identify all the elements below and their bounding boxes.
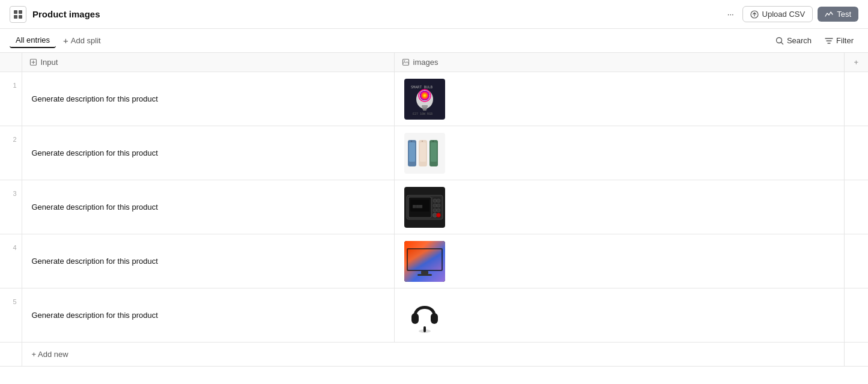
svg-point-8 bbox=[404, 61, 405, 62]
add-cell bbox=[844, 288, 868, 343]
svg-rect-14 bbox=[422, 105, 428, 108]
svg-rect-42 bbox=[408, 249, 442, 270]
image-cell[interactable] bbox=[394, 234, 844, 288]
svg-point-33 bbox=[437, 199, 440, 203]
svg-rect-15 bbox=[422, 108, 427, 109]
tabs-left: All entries + Add split bbox=[10, 33, 106, 48]
image-cell[interactable] bbox=[394, 288, 844, 343]
table-row: 1 Generate description for this product … bbox=[0, 72, 868, 126]
svg-rect-21 bbox=[420, 142, 426, 162]
images-col-icon bbox=[402, 58, 410, 66]
row-number: 3 bbox=[0, 180, 22, 234]
col-header-rownum bbox=[0, 53, 22, 72]
search-icon bbox=[775, 37, 784, 45]
svg-point-13 bbox=[420, 91, 429, 100]
svg-text:E27 10W RGB: E27 10W RGB bbox=[413, 112, 432, 115]
table-row: 2 Generate description for this product bbox=[0, 126, 868, 180]
tab-all-entries[interactable]: All entries bbox=[10, 33, 56, 48]
image-cell[interactable]: ■■■ bbox=[394, 180, 844, 234]
svg-rect-3 bbox=[19, 15, 22, 19]
plus-icon: + bbox=[63, 36, 68, 45]
image-cell[interactable]: SMART BULB bbox=[394, 72, 844, 126]
input-cell[interactable]: Generate description for this product bbox=[22, 72, 394, 126]
svg-rect-1 bbox=[19, 10, 22, 14]
svg-rect-48 bbox=[423, 326, 426, 332]
svg-point-35 bbox=[437, 204, 440, 207]
input-cell[interactable]: Generate description for this product bbox=[22, 180, 394, 234]
input-cell[interactable]: Generate description for this product bbox=[22, 288, 394, 343]
svg-point-25 bbox=[421, 140, 422, 141]
table-container: Input images + bbox=[0, 53, 868, 367]
input-cell[interactable]: Generate description for this product bbox=[22, 126, 394, 180]
add-split-button[interactable]: + Add split bbox=[58, 34, 106, 47]
add-cell bbox=[844, 126, 868, 180]
svg-point-39 bbox=[436, 213, 440, 217]
row-number: 1 bbox=[0, 72, 22, 126]
svg-point-26 bbox=[432, 140, 433, 141]
col-header-input: Input bbox=[22, 53, 394, 72]
header-actions: ··· Upload CSV Test bbox=[724, 6, 858, 22]
header: Product images ··· Upload CSV Test bbox=[0, 0, 868, 29]
col-header-images: images bbox=[394, 53, 844, 72]
test-icon bbox=[825, 10, 833, 19]
page-title: Product images bbox=[32, 9, 100, 19]
header-left: Product images bbox=[10, 6, 100, 23]
upload-csv-button[interactable]: Upload CSV bbox=[742, 6, 813, 22]
add-new-row: + Add new bbox=[0, 343, 868, 367]
filter-button[interactable]: Filter bbox=[820, 34, 858, 47]
table-row: 5 Generate description for this product bbox=[0, 288, 868, 343]
svg-rect-45 bbox=[411, 313, 419, 324]
svg-point-36 bbox=[433, 209, 437, 212]
tabs-bar: All entries + Add split Search Filter bbox=[0, 29, 868, 53]
svg-point-37 bbox=[437, 209, 440, 212]
svg-rect-23 bbox=[431, 142, 437, 162]
svg-rect-0 bbox=[14, 10, 17, 14]
svg-rect-16 bbox=[423, 109, 426, 111]
svg-rect-19 bbox=[409, 142, 415, 162]
input-cell[interactable]: Generate description for this product bbox=[22, 234, 394, 288]
filter-icon bbox=[825, 37, 833, 45]
row-number: 2 bbox=[0, 126, 22, 180]
test-button[interactable]: Test bbox=[818, 7, 858, 22]
more-button[interactable]: ··· bbox=[724, 7, 738, 21]
svg-text:SMART BULB: SMART BULB bbox=[411, 85, 433, 89]
svg-point-24 bbox=[410, 140, 411, 141]
app-logo bbox=[10, 6, 26, 23]
add-cell bbox=[844, 234, 868, 288]
svg-text:■■■: ■■■ bbox=[413, 203, 423, 209]
tabs-right: Search Filter bbox=[771, 34, 858, 47]
add-new-cell[interactable]: + Add new bbox=[22, 343, 844, 367]
image-cell[interactable] bbox=[394, 126, 844, 180]
input-col-icon bbox=[29, 58, 37, 66]
add-cell bbox=[844, 72, 868, 126]
table-row: 3 Generate description for this product … bbox=[0, 180, 868, 234]
svg-point-32 bbox=[433, 199, 437, 203]
upload-icon bbox=[750, 10, 759, 19]
add-new-rownum bbox=[0, 343, 22, 367]
row-number: 4 bbox=[0, 234, 22, 288]
add-cell bbox=[844, 180, 868, 234]
row-number: 5 bbox=[0, 288, 22, 343]
svg-rect-46 bbox=[431, 313, 438, 324]
svg-rect-44 bbox=[417, 274, 432, 276]
svg-rect-43 bbox=[421, 271, 428, 274]
col-header-add[interactable]: + bbox=[844, 53, 868, 72]
table-row: 4 Generate description for this product bbox=[0, 234, 868, 288]
data-table: Input images + bbox=[0, 53, 868, 367]
svg-rect-2 bbox=[14, 15, 17, 19]
search-button[interactable]: Search bbox=[771, 34, 816, 47]
svg-point-34 bbox=[433, 204, 437, 207]
